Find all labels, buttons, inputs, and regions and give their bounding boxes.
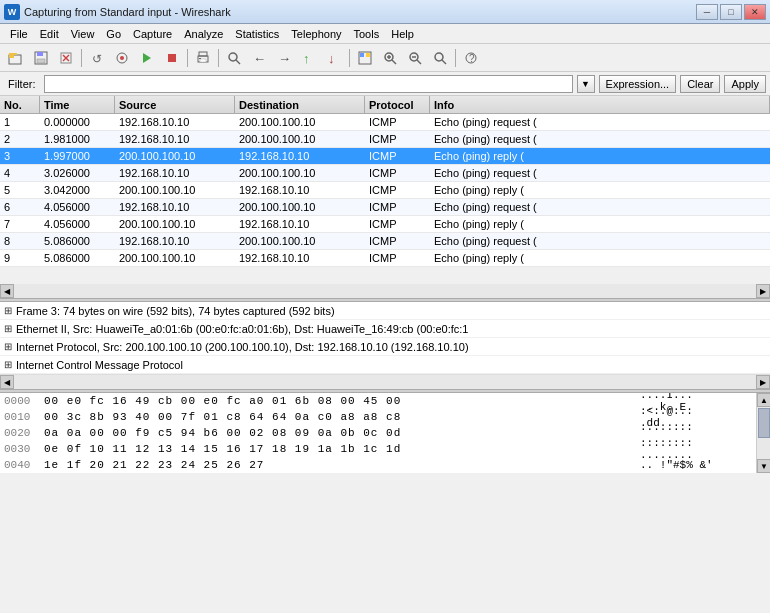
tb-capture-stop[interactable]	[160, 47, 184, 69]
packet-list-header: No. Time Source Destination Protocol Inf…	[0, 96, 770, 114]
cell-time: 5.086000	[40, 252, 115, 264]
minimize-button[interactable]: ─	[696, 4, 718, 20]
menu-tools[interactable]: Tools	[348, 26, 386, 42]
detail-hscroll-left[interactable]: ◀	[0, 375, 14, 389]
toolbar: ↺ ← → ↑ ↓ ?	[0, 44, 770, 72]
col-header-no[interactable]: No.	[0, 96, 40, 113]
detail-row[interactable]: ⊞Internet Control Message Protocol	[0, 356, 770, 374]
menu-help[interactable]: Help	[385, 26, 420, 42]
cell-src: 200.100.100.10	[115, 150, 235, 162]
tb-capture-opts[interactable]	[110, 47, 134, 69]
tb-back[interactable]: ←	[247, 47, 271, 69]
packet-list-hscroll[interactable]: ◀ ▶	[0, 284, 770, 298]
packet-list-section: No. Time Source Destination Protocol Inf…	[0, 96, 770, 298]
vscroll-thumb[interactable]	[758, 408, 770, 438]
table-row[interactable]: 21.981000192.168.10.10200.100.100.10ICMP…	[0, 131, 770, 148]
detail-text: Internet Control Message Protocol	[16, 359, 183, 371]
menu-file[interactable]: File	[4, 26, 34, 42]
table-row[interactable]: 31.997000200.100.100.10192.168.10.10ICMP…	[0, 148, 770, 165]
cell-no: 2	[0, 133, 40, 145]
table-row[interactable]: 74.056000200.100.100.10192.168.10.10ICMP…	[0, 216, 770, 233]
cell-time: 1.997000	[40, 150, 115, 162]
detail-row[interactable]: ⊞Ethernet II, Src: HuaweiTe_a0:01:6b (00…	[0, 320, 770, 338]
hex-vscroll[interactable]: ▲ ▼	[756, 393, 770, 473]
tb-open[interactable]	[4, 47, 28, 69]
col-header-time[interactable]: Time	[40, 96, 115, 113]
svg-rect-2	[9, 53, 17, 55]
menu-go[interactable]: Go	[100, 26, 127, 42]
svg-rect-17	[199, 58, 201, 59]
tb-capture-start[interactable]	[135, 47, 159, 69]
filter-label: Filter:	[4, 78, 40, 90]
tb-reload[interactable]: ↺	[85, 47, 109, 69]
cell-proto: ICMP	[365, 150, 430, 162]
tb-zoom-out[interactable]	[403, 47, 427, 69]
tb-close[interactable]	[54, 47, 78, 69]
cell-info: Echo (ping) reply (	[430, 218, 770, 230]
tb-colorize[interactable]	[353, 47, 377, 69]
hscroll-left[interactable]: ◀	[0, 284, 14, 298]
filter-dropdown[interactable]: ▼	[577, 75, 595, 93]
tb-help[interactable]: ?	[459, 47, 483, 69]
tb-print[interactable]	[191, 47, 215, 69]
vscroll-up[interactable]: ▲	[757, 393, 770, 407]
hex-row: 00401e 1f 20 21 22 23 24 25 26 27.. !"#$…	[0, 457, 756, 473]
svg-rect-16	[200, 59, 206, 62]
vscroll-down[interactable]: ▼	[757, 459, 770, 473]
expression-button[interactable]: Expression...	[599, 75, 677, 93]
cell-dst: 192.168.10.10	[235, 150, 365, 162]
menu-view[interactable]: View	[65, 26, 101, 42]
cell-dst: 200.100.100.10	[235, 235, 365, 247]
detail-row[interactable]: ⊞Frame 3: 74 bytes on wire (592 bits), 7…	[0, 302, 770, 320]
cell-time: 3.042000	[40, 184, 115, 196]
menu-bar: File Edit View Go Capture Analyze Statis…	[0, 24, 770, 44]
col-header-protocol[interactable]: Protocol	[365, 96, 430, 113]
detail-text: Frame 3: 74 bytes on wire (592 bits), 74…	[16, 305, 335, 317]
tb-prev[interactable]: ↓	[322, 47, 346, 69]
cell-proto: ICMP	[365, 201, 430, 213]
detail-hscroll-track[interactable]	[14, 375, 756, 389]
maximize-button[interactable]: □	[720, 4, 742, 20]
svg-marker-12	[143, 53, 151, 63]
table-row[interactable]: 43.026000192.168.10.10200.100.100.10ICMP…	[0, 165, 770, 182]
col-header-info[interactable]: Info	[430, 96, 770, 113]
tb-zoom-in[interactable]	[378, 47, 402, 69]
hex-bytes: 0a 0a 00 00 f9 c5 94 b6 00 02 08 09 0a 0…	[44, 427, 632, 439]
menu-analyze[interactable]: Analyze	[178, 26, 229, 42]
tb-goto[interactable]: ↑	[297, 47, 321, 69]
detail-hscroll-right[interactable]: ▶	[756, 375, 770, 389]
table-row[interactable]: 53.042000200.100.100.10192.168.10.10ICMP…	[0, 182, 770, 199]
tb-save[interactable]	[29, 47, 53, 69]
tb-find[interactable]	[222, 47, 246, 69]
table-row[interactable]: 95.086000200.100.100.10192.168.10.10ICMP…	[0, 250, 770, 267]
detail-row[interactable]: ⊞Internet Protocol, Src: 200.100.100.10 …	[0, 338, 770, 356]
svg-text:↑: ↑	[303, 51, 310, 65]
table-row[interactable]: 64.056000192.168.10.10200.100.100.10ICMP…	[0, 199, 770, 216]
menu-capture[interactable]: Capture	[127, 26, 178, 42]
table-row[interactable]: 85.086000192.168.10.10200.100.100.10ICMP…	[0, 233, 770, 250]
filter-input[interactable]	[44, 75, 573, 93]
col-header-source[interactable]: Source	[115, 96, 235, 113]
hscroll-right[interactable]: ▶	[756, 284, 770, 298]
hex-offset: 0020	[4, 427, 44, 439]
col-header-destination[interactable]: Destination	[235, 96, 365, 113]
apply-button[interactable]: Apply	[724, 75, 766, 93]
hex-offset: 0010	[4, 411, 44, 423]
hscroll-track[interactable]	[14, 284, 756, 298]
menu-statistics[interactable]: Statistics	[229, 26, 285, 42]
svg-text:↺: ↺	[92, 52, 102, 65]
cell-proto: ICMP	[365, 167, 430, 179]
clear-button[interactable]: Clear	[680, 75, 720, 93]
detail-hscroll[interactable]: ◀ ▶	[0, 375, 770, 389]
hex-bytes: 00 e0 fc 16 49 cb 00 e0 fc a0 01 6b 08 0…	[44, 395, 632, 407]
hex-offset: 0030	[4, 443, 44, 455]
cell-dst: 192.168.10.10	[235, 252, 365, 264]
tb-forward[interactable]: →	[272, 47, 296, 69]
table-row[interactable]: 10.000000192.168.10.10200.100.100.10ICMP…	[0, 114, 770, 131]
cell-dst: 200.100.100.10	[235, 116, 365, 128]
close-button[interactable]: ✕	[744, 4, 766, 20]
tb-zoom-normal[interactable]	[428, 47, 452, 69]
toolbar-sep-3	[218, 49, 219, 67]
menu-edit[interactable]: Edit	[34, 26, 65, 42]
menu-telephony[interactable]: Telephony	[285, 26, 347, 42]
